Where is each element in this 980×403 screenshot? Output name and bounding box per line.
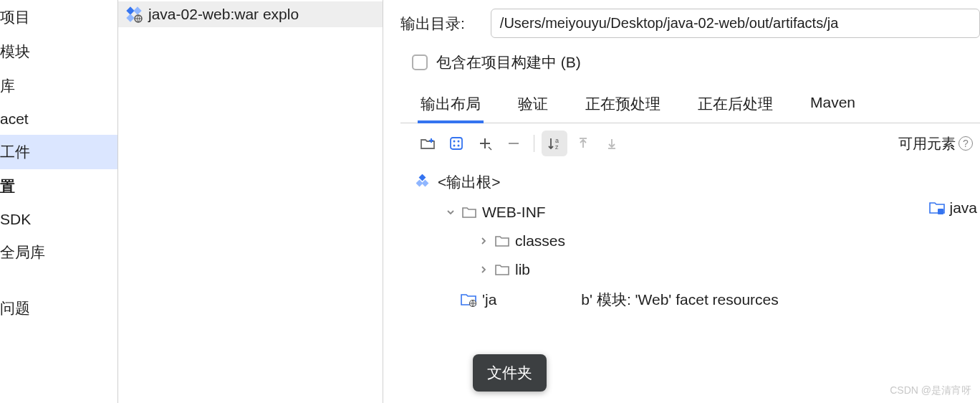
svg-point-7 xyxy=(453,145,456,147)
include-build-label: 包含在项目构建中 (B) xyxy=(436,52,581,72)
svg-rect-15 xyxy=(938,209,943,214)
move-down-button[interactable] xyxy=(599,131,625,156)
tree-root[interactable]: <输出根> xyxy=(416,166,980,198)
tooltip: 文件夹 xyxy=(473,354,547,392)
tree-lib-label: lib xyxy=(515,261,530,278)
tab-postprocessing[interactable]: 正在后处理 xyxy=(695,87,776,123)
watermark: CSDN @是清宵呀 xyxy=(890,384,971,397)
remove-button[interactable] xyxy=(501,131,527,156)
tree-classes[interactable]: classes xyxy=(416,227,980,255)
sidebar-item-artifacts[interactable]: 工件 xyxy=(0,135,117,169)
sidebar-item-libraries[interactable]: 库 xyxy=(0,69,117,103)
svg-point-5 xyxy=(453,141,456,143)
new-folder-button[interactable] xyxy=(415,131,441,156)
tree-classes-label: classes xyxy=(515,232,565,250)
web-module-icon xyxy=(461,293,476,307)
sidebar-item-project[interactable]: 项目 xyxy=(0,0,117,34)
output-dir-label: 输出目录: xyxy=(400,14,465,34)
tree-webinf-label: WEB-INF xyxy=(482,204,546,221)
sidebar-item-modules[interactable]: 模块 xyxy=(0,34,117,69)
tree-root-label: <输出根> xyxy=(438,172,501,192)
svg-point-8 xyxy=(458,145,460,147)
svg-point-6 xyxy=(458,141,460,143)
tree-lib[interactable]: lib xyxy=(416,255,980,284)
svg-rect-13 xyxy=(422,180,429,187)
tab-output-layout[interactable]: 输出布局 xyxy=(418,87,484,123)
tree-webinf[interactable]: WEB-INF xyxy=(416,198,980,227)
svg-rect-0 xyxy=(126,6,134,14)
tree-module-suffix: b' 模块: 'Web' facet resources xyxy=(581,290,778,310)
chevron-down-icon xyxy=(445,208,456,217)
output-tree: <输出根> WEB-INF classes xyxy=(400,163,980,316)
sidebar: 项目 模块 库 acet 工件 置 SDK 全局库 问题 xyxy=(0,0,118,403)
svg-rect-2 xyxy=(126,14,134,22)
web-artifact-icon xyxy=(125,6,143,23)
available-elements-label: 可用元素 xyxy=(898,134,956,153)
tabs: 输出布局 验证 正在预处理 正在后处理 Maven xyxy=(400,87,980,123)
svg-rect-11 xyxy=(419,174,426,181)
chevron-right-icon xyxy=(478,237,489,245)
root-icon xyxy=(416,174,432,190)
tab-preprocessing[interactable]: 正在预处理 xyxy=(582,87,663,123)
tab-validation[interactable]: 验证 xyxy=(515,87,551,123)
svg-rect-4 xyxy=(451,138,462,149)
sort-button[interactable]: az xyxy=(542,131,567,156)
available-item[interactable]: java xyxy=(929,194,977,222)
available-item-label: java xyxy=(949,199,977,217)
sidebar-item-problems[interactable]: 问题 xyxy=(0,291,117,326)
folder-icon xyxy=(495,263,509,276)
chevron-right-icon xyxy=(478,265,489,274)
sidebar-item-sdk[interactable]: SDK xyxy=(0,204,117,235)
layout-toolbar: az 可用元素 ? xyxy=(400,123,980,163)
content-panel: 输出目录: /Users/meiyouyu/Desktop/java-02-we… xyxy=(383,0,980,403)
include-build-checkbox[interactable] xyxy=(412,54,428,70)
tree-module-prefix: 'ja xyxy=(482,291,496,308)
help-icon[interactable]: ? xyxy=(959,136,973,151)
folder-icon xyxy=(462,206,476,219)
tab-maven[interactable]: Maven xyxy=(807,87,858,123)
artifact-list: java-02-web:war explo xyxy=(118,0,383,403)
folder-icon xyxy=(495,234,509,247)
artifact-name: java-02-web:war explo xyxy=(148,6,299,23)
sidebar-item-facets[interactable]: acet xyxy=(0,103,117,135)
available-elements-panel: java xyxy=(929,194,980,222)
artifact-list-item[interactable]: java-02-web:war explo xyxy=(118,1,383,27)
svg-text:z: z xyxy=(555,143,559,151)
sidebar-item-global-libs[interactable]: 全局库 xyxy=(0,235,117,270)
output-dir-input[interactable]: /Users/meiyouyu/Desktop/java-02-web/out/… xyxy=(491,9,980,38)
grid-button[interactable] xyxy=(443,131,469,156)
module-folder-icon xyxy=(929,201,945,215)
tree-module-resources[interactable]: 'ja b' 模块: 'Web' facet resources xyxy=(416,284,980,316)
sidebar-item-settings[interactable]: 置 xyxy=(0,169,117,204)
move-up-button[interactable] xyxy=(570,131,596,156)
add-button[interactable] xyxy=(472,131,498,156)
svg-rect-1 xyxy=(133,6,141,14)
